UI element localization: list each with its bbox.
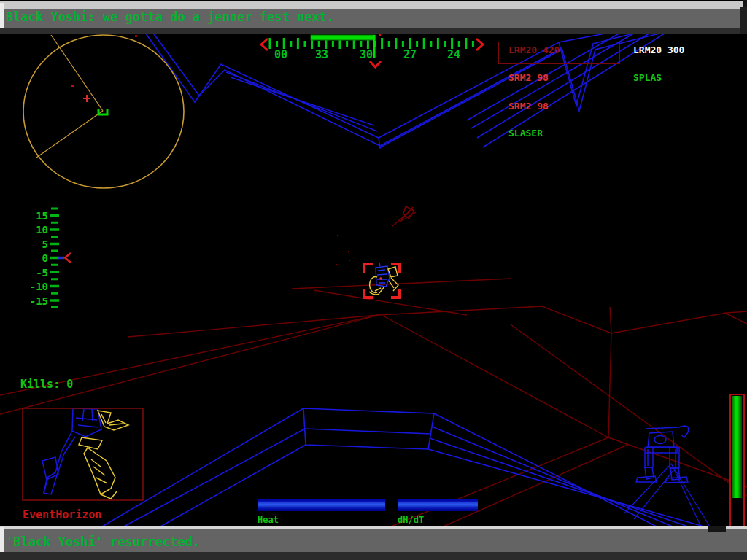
radar-contact-dot	[71, 85, 74, 87]
weapon-item: SPLAS	[633, 72, 662, 83]
chat-log-bottom: 'Black Yoshi' resurrected.	[0, 526, 747, 560]
radar-player-marker	[98, 109, 107, 114]
reticle-center-dot	[379, 277, 382, 280]
pitch-label: -5	[16, 267, 48, 279]
target-mfd-frame	[23, 408, 143, 500]
weapon-item: SRM2 98	[508, 101, 549, 112]
weapon-item: LRM20 420	[508, 44, 560, 55]
throttle-gauge	[729, 394, 745, 527]
heat-bar-label: Heat	[258, 515, 279, 525]
target-mech-render	[23, 408, 143, 500]
chat-bottom-shadow	[0, 552, 747, 560]
chat-bottom-right-notch	[708, 526, 726, 532]
pitch-label: -10	[16, 281, 48, 292]
enemy-mech-wireframe	[369, 262, 398, 295]
pitch-label: 10	[16, 224, 48, 236]
compass-label-00: 00	[269, 48, 293, 61]
chat-message-bottom: 'Black Yoshi' resurrected.	[6, 534, 200, 549]
compass-heading-bar	[311, 35, 375, 40]
compass-label-30: 30	[355, 48, 378, 61]
chat-top-shadow	[0, 28, 740, 34]
compass-right-arrow-icon	[476, 39, 483, 50]
kills-counter: Kills: 0	[20, 378, 73, 391]
throttle-fill	[732, 396, 742, 498]
game-viewport[interactable]: Black Yoshi: we gotta do a jenner fest n…	[0, 0, 747, 560]
distant-contact-wireframe	[392, 206, 416, 226]
heat-bar	[258, 499, 385, 511]
weapon-item: LRM20 300	[633, 44, 684, 55]
pitch-label: 0	[16, 252, 48, 264]
pitch-ladder-ticks	[50, 209, 71, 308]
compass-left-arrow-icon	[261, 39, 268, 50]
hud-scene-canvas	[0, 0, 747, 560]
terrain-wireframe	[0, 279, 747, 526]
radar-contact-cross	[83, 95, 90, 102]
pitch-label: 15	[16, 210, 48, 222]
dhdt-bar	[398, 499, 478, 511]
chat-top-right-block	[740, 7, 747, 34]
target-name-label: EventHorizon	[23, 509, 101, 521]
compass-target-chevron-icon	[370, 61, 381, 67]
chat-log-top: Black Yoshi: we gotta do a jenner fest n…	[0, 0, 747, 34]
weapon-item: SRM2 98	[508, 72, 549, 83]
pitch-label: -15	[16, 295, 48, 307]
chat-top-bevel	[0, 1, 743, 9]
compass-label-27: 27	[398, 48, 422, 61]
chat-message-top: Black Yoshi: we gotta do a jenner fest n…	[6, 9, 334, 24]
radar-display	[23, 35, 184, 188]
dhdt-bar-label: dH/dT	[398, 515, 424, 525]
pitch-zero-chevron-icon	[65, 253, 71, 262]
compass-label-24: 24	[442, 48, 465, 61]
weapon-item: SLASER	[508, 128, 543, 139]
debris-dots	[135, 35, 350, 265]
compass-label-33: 33	[310, 48, 333, 61]
pitch-label: 5	[16, 238, 48, 250]
